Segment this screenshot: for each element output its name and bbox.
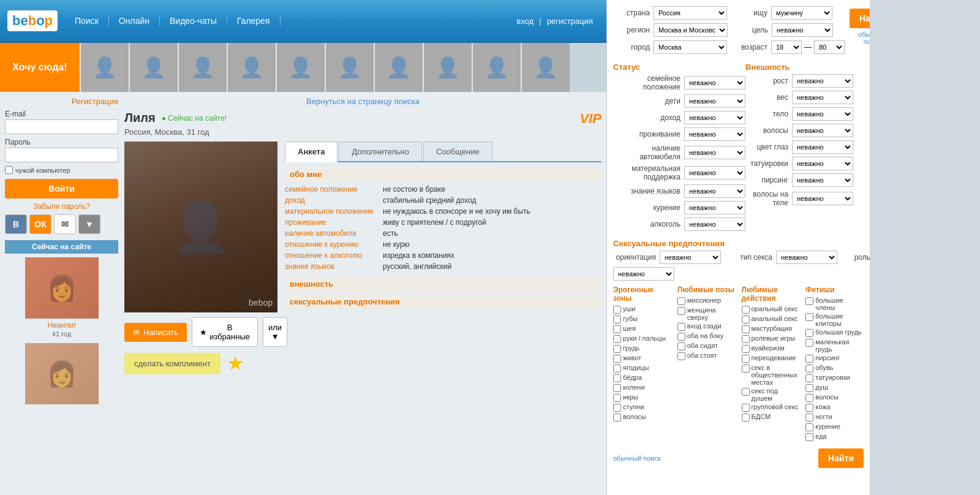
profile-header: Лиля ● Сейчас на сайте! Россия, Москва, … bbox=[124, 111, 601, 137]
city-select[interactable]: Москва bbox=[654, 40, 727, 54]
back-to-search-link[interactable]: Вернуться на страницу поиска bbox=[124, 97, 601, 106]
strip-photo[interactable]: 👤 bbox=[80, 43, 129, 92]
online-user-name-1[interactable]: Неангел bbox=[47, 321, 75, 330]
info-row: материальное положение не нуждаюсь в спо… bbox=[285, 207, 601, 216]
body-select[interactable]: неважно bbox=[792, 107, 853, 121]
sex-type-select[interactable]: неважно bbox=[776, 251, 837, 264]
social-buttons: В ОК ✉ ▼ bbox=[5, 214, 118, 234]
simple-search-bottom-link[interactable]: обычный поиск bbox=[613, 455, 661, 462]
strip-photo[interactable]: 👤 bbox=[227, 43, 276, 92]
find-button-top[interactable]: Найти bbox=[850, 9, 870, 28]
sexual-section-title: Сексуальные предпочтения bbox=[613, 239, 864, 248]
erogenous-title: Эрогенные зоны bbox=[613, 285, 671, 303]
strip-photo[interactable]: 👤 bbox=[423, 43, 472, 92]
marital-select[interactable]: неважно bbox=[684, 76, 745, 89]
fetish-leather: кожа bbox=[805, 403, 864, 412]
erogenous-calves: икры bbox=[613, 393, 671, 402]
age-to-select[interactable]: 80 bbox=[814, 40, 845, 54]
want-here-button[interactable]: Хочу сюда! bbox=[0, 43, 80, 92]
profile-actions: ✉ Написать ★ В избранные или ▼ bbox=[124, 317, 277, 347]
weight-select[interactable]: неважно bbox=[792, 91, 853, 104]
profile-name-section: Лиля ● Сейчас на сайте! Россия, Москва, … bbox=[124, 111, 573, 137]
profile-photo-main[interactable]: 👤 bebop bbox=[124, 142, 277, 312]
fetish-small-chest: маленькая грудь bbox=[805, 338, 864, 353]
smoking-row: курение неважно bbox=[613, 201, 736, 214]
info-row: отношение к алкоголю изредка в компаниях bbox=[285, 251, 601, 260]
strip-photo[interactable]: 👤 bbox=[325, 43, 374, 92]
alcohol-select[interactable]: неважно bbox=[684, 217, 745, 231]
more-button[interactable]: ▼ bbox=[78, 214, 100, 234]
logo[interactable]: bebop bbox=[7, 10, 58, 31]
erogenous-buttocks: ягодицы bbox=[613, 364, 671, 372]
right-panel: страна Россия ищу мужчину регион Москва … bbox=[606, 0, 870, 495]
online-user-avatar-1[interactable]: 👩 bbox=[25, 257, 99, 319]
info-row: отношение к курению не курю bbox=[285, 240, 601, 249]
nav-online[interactable]: Онлайн bbox=[109, 16, 160, 26]
strip-photo[interactable]: 👤 bbox=[178, 43, 227, 92]
erogenous-feet: ступни bbox=[613, 403, 671, 412]
strip-photo[interactable]: 👤 bbox=[276, 43, 325, 92]
car-row: наличие автомобиля неважно bbox=[613, 144, 736, 161]
vk-button[interactable]: В bbox=[5, 214, 27, 234]
age-from-select[interactable]: 18 bbox=[771, 40, 802, 54]
strip-photo[interactable]: 👤 bbox=[129, 43, 178, 92]
nav-video[interactable]: Видео-чаты bbox=[160, 16, 227, 26]
tattoo-select[interactable]: неважно bbox=[792, 157, 853, 170]
fetish-shoes: обувь bbox=[805, 364, 864, 372]
login-button[interactable]: Войти bbox=[5, 179, 118, 198]
car-select[interactable]: неважно bbox=[684, 146, 745, 159]
find-button-bottom[interactable]: Найти bbox=[818, 448, 864, 468]
orientation-select[interactable]: неважно bbox=[660, 251, 721, 264]
piercing-select[interactable]: неважно bbox=[792, 173, 853, 187]
fetish-shower: душ bbox=[805, 384, 864, 392]
looking-select[interactable]: мужчину bbox=[771, 6, 832, 20]
goal-select[interactable]: неважно bbox=[772, 23, 833, 37]
online-user-2: 👩 bbox=[5, 343, 118, 404]
compliment-section: сделать комплимент ★ bbox=[124, 352, 277, 375]
online-user-avatar-2[interactable]: 👩 bbox=[25, 343, 99, 404]
strip-photo[interactable]: 👤 bbox=[472, 43, 521, 92]
write-button[interactable]: ✉ Написать bbox=[124, 323, 187, 342]
forgot-password-link[interactable]: Забыли пароль? bbox=[5, 202, 118, 211]
tab-additional[interactable]: Дополнительно bbox=[339, 142, 422, 161]
support-select[interactable]: неважно bbox=[684, 166, 745, 179]
income-select[interactable]: неважно bbox=[684, 111, 745, 124]
or-dropdown-button[interactable]: или ▼ bbox=[263, 317, 287, 347]
region-select[interactable]: Москва и Московс bbox=[654, 23, 728, 37]
languages-select[interactable]: неважно bbox=[684, 184, 745, 198]
fetish-piercing: пирсинг bbox=[805, 354, 864, 363]
nav-search[interactable]: Поиск bbox=[65, 16, 109, 26]
role-select[interactable]: неважно bbox=[613, 267, 674, 281]
stranger-computer-checkbox[interactable] bbox=[5, 166, 13, 174]
vip-badge: VIP bbox=[580, 111, 601, 127]
strip-photo[interactable]: 👤 bbox=[374, 43, 423, 92]
residence-select[interactable]: неважно bbox=[684, 127, 745, 141]
children-select[interactable]: неважно bbox=[684, 94, 745, 108]
hair-select[interactable]: неважно bbox=[792, 124, 853, 137]
register-link[interactable]: регистрация bbox=[547, 17, 593, 26]
registration-link[interactable]: Регистрация bbox=[5, 97, 118, 106]
body-hair-select[interactable]: неважно bbox=[792, 192, 853, 205]
profile-photo-column: 👤 bebop ✉ Написать ★ В избранные bbox=[124, 142, 277, 312]
ok-button[interactable]: ОК bbox=[29, 214, 51, 234]
email-input[interactable] bbox=[5, 119, 118, 134]
action-oral: оральный секс bbox=[742, 305, 800, 314]
nav-gallery[interactable]: Галерея bbox=[227, 16, 281, 26]
smoking-select[interactable]: неважно bbox=[684, 201, 745, 214]
erogenous-hips: бёдра bbox=[613, 374, 671, 382]
info-row: семейное положение не состою в браке bbox=[285, 185, 601, 194]
country-select[interactable]: Россия bbox=[654, 6, 727, 20]
simple-search-top-link[interactable]: обычный поиск bbox=[850, 31, 870, 45]
password-input[interactable] bbox=[5, 148, 118, 162]
compliment-button[interactable]: сделать комплимент bbox=[124, 353, 221, 374]
eyes-select[interactable]: неважно bbox=[792, 140, 853, 154]
favorites-button[interactable]: ★ В избранные bbox=[192, 317, 258, 347]
tab-message[interactable]: Сообщение bbox=[423, 142, 492, 161]
height-select[interactable]: неважно bbox=[792, 74, 853, 88]
strip-photo[interactable]: 👤 bbox=[521, 43, 570, 92]
mail-button[interactable]: ✉ bbox=[54, 214, 76, 234]
login-link[interactable]: вход bbox=[516, 17, 533, 26]
erogenous-ears: уши bbox=[613, 305, 671, 314]
languages-row: знание языков неважно bbox=[613, 184, 736, 198]
tab-anketa[interactable]: Анкета bbox=[285, 142, 337, 162]
